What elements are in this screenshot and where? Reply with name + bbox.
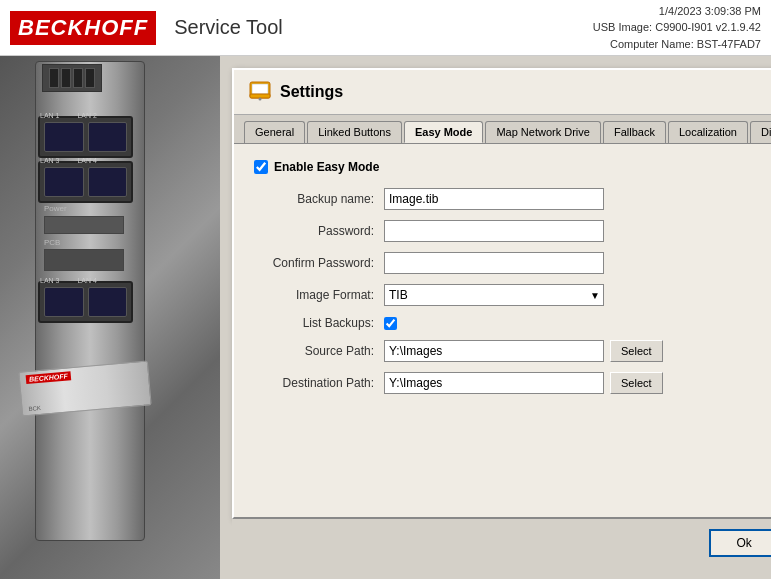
- ok-button[interactable]: Ok: [709, 529, 771, 557]
- usb-image-info: USB Image: C9900-I901 v2.1.9.42: [593, 19, 761, 36]
- eth-ports-1: [38, 116, 133, 158]
- eth-labels-2: LAN 3LAN 4: [40, 157, 97, 164]
- svg-rect-2: [250, 94, 270, 98]
- computer-name-info: Computer Name: BST-47FAD7: [593, 36, 761, 53]
- destination-path-select-button[interactable]: Select: [610, 372, 663, 394]
- lan-labels-bottom: LAN 3LAN 4: [40, 277, 97, 284]
- enable-easy-mode-row: Enable Easy Mode: [254, 160, 771, 174]
- timestamp: 1/4/2023 3:09:38 PM: [593, 3, 761, 20]
- list-backups-label: List Backups:: [254, 316, 384, 330]
- beckhoff-logo: BECKHOFF: [10, 11, 156, 45]
- pcb-label: PCB: [44, 238, 60, 247]
- source-path-row: Source Path: Select: [254, 340, 771, 362]
- tab-fallback[interactable]: Fallback: [603, 121, 666, 143]
- destination-path-label: Destination Path:: [254, 376, 384, 390]
- pcb-connector: [44, 249, 124, 271]
- usb-beckhoff-label: BECKHOFF: [26, 371, 72, 384]
- password-input[interactable]: [384, 220, 604, 242]
- svg-point-3: [259, 98, 262, 101]
- backup-name-label: Backup name:: [254, 192, 384, 206]
- source-path-input[interactable]: [384, 340, 604, 362]
- confirm-password-input[interactable]: [384, 252, 604, 274]
- source-path-select-button[interactable]: Select: [610, 340, 663, 362]
- destination-path-input[interactable]: [384, 372, 604, 394]
- device-top-connectors: [42, 64, 102, 92]
- image-format-label: Image Format:: [254, 288, 384, 302]
- list-backups-checkbox[interactable]: [384, 317, 397, 330]
- left-sidebar: LAN 1LAN 2 LAN 3LAN 4 Power PCB LAN 3LAN…: [0, 56, 220, 579]
- top-bar: BECKHOFF Service Tool 1/4/2023 3:09:38 P…: [0, 0, 771, 56]
- image-format-row: Image Format: TIB TIB (Incremental) TIBX…: [254, 284, 771, 306]
- eth-labels-1: LAN 1LAN 2: [40, 112, 97, 119]
- svg-rect-1: [252, 84, 268, 94]
- enable-easy-mode-label: Enable Easy Mode: [274, 160, 379, 174]
- backup-name-row: Backup name:: [254, 188, 771, 210]
- lan-ports-bottom: [38, 281, 133, 323]
- password-row: Password:: [254, 220, 771, 242]
- source-path-label: Source Path:: [254, 344, 384, 358]
- tabs-row: General Linked Buttons Easy Mode Map Net…: [234, 115, 771, 143]
- tab-easy-mode[interactable]: Easy Mode: [404, 121, 483, 143]
- backup-name-input[interactable]: [384, 188, 604, 210]
- list-backups-row: List Backups:: [254, 316, 771, 330]
- device-image: LAN 1LAN 2 LAN 3LAN 4 Power PCB LAN 3LAN…: [0, 56, 220, 579]
- main-layout: LAN 1LAN 2 LAN 3LAN 4 Power PCB LAN 3LAN…: [0, 56, 771, 579]
- easy-mode-tab-content: Enable Easy Mode Backup name: Password: …: [234, 143, 771, 517]
- tab-map-network-drive[interactable]: Map Network Drive: [485, 121, 601, 143]
- destination-path-input-group: Select: [384, 372, 663, 394]
- settings-icon: [248, 80, 272, 104]
- password-label: Password:: [254, 224, 384, 238]
- image-format-wrapper: TIB TIB (Incremental) TIBX VHD ▼: [384, 284, 604, 306]
- logo-area: BECKHOFF Service Tool: [10, 11, 283, 45]
- app-title: Service Tool: [174, 16, 283, 39]
- power-connector: [44, 216, 124, 234]
- confirm-password-label: Confirm Password:: [254, 256, 384, 270]
- source-path-input-group: Select: [384, 340, 663, 362]
- list-backups-checkbox-wrapper: [384, 317, 397, 330]
- image-format-select[interactable]: TIB TIB (Incremental) TIBX VHD: [384, 284, 604, 306]
- enable-easy-mode-checkbox[interactable]: [254, 160, 268, 174]
- eth-ports-2: [38, 161, 133, 203]
- settings-title: Settings: [280, 83, 343, 101]
- right-content: Settings General Linked Buttons Easy Mod…: [220, 56, 771, 579]
- dialog-footer: Ok Cancel: [232, 519, 771, 567]
- system-info: 1/4/2023 3:09:38 PM USB Image: C9900-I90…: [593, 3, 761, 53]
- usb-model-label: BCK: [28, 405, 41, 412]
- destination-path-row: Destination Path: Select: [254, 372, 771, 394]
- tab-localization[interactable]: Localization: [668, 121, 748, 143]
- power-label: Power: [44, 204, 67, 213]
- tab-display-configuration[interactable]: Display Configuration: [750, 121, 771, 143]
- settings-dialog: Settings General Linked Buttons Easy Mod…: [232, 68, 771, 519]
- confirm-password-row: Confirm Password:: [254, 252, 771, 274]
- tab-linked-buttons[interactable]: Linked Buttons: [307, 121, 402, 143]
- tab-general[interactable]: General: [244, 121, 305, 143]
- settings-title-area: Settings: [234, 70, 771, 115]
